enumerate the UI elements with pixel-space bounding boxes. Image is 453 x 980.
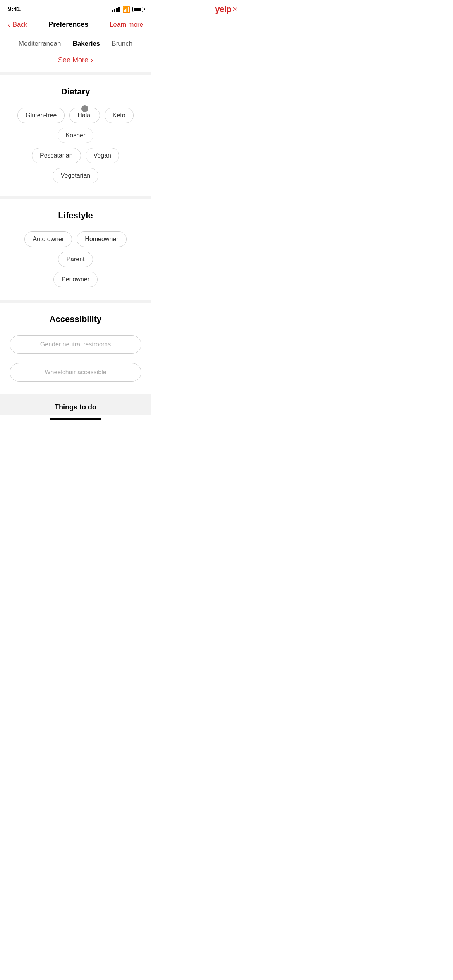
status-time: 9:41 xyxy=(8,5,21,13)
home-indicator-area xyxy=(0,415,151,423)
lifestyle-section: Lifestyle Auto owner Homeowner Parent Pe… xyxy=(0,199,151,300)
see-more-row: See More › xyxy=(0,51,151,72)
pref-tab-bakeries[interactable]: Bakeries xyxy=(72,40,100,48)
section-divider-top xyxy=(0,72,151,75)
things-to-do-section: Things to do xyxy=(0,397,151,415)
tag-gluten-free[interactable]: Gluten-free xyxy=(17,108,65,123)
accessibility-title: Accessibility xyxy=(8,314,143,324)
preferences-tabs: Mediterranean Bakeries Brunch xyxy=(0,34,151,51)
tag-parent[interactable]: Parent xyxy=(58,252,93,267)
back-chevron-icon: ‹ xyxy=(8,20,10,29)
tag-pet-owner[interactable]: Pet owner xyxy=(53,272,98,287)
tag-homeowner[interactable]: Homeowner xyxy=(77,231,126,247)
tag-kosher[interactable]: Kosher xyxy=(58,128,94,143)
battery-icon xyxy=(132,7,143,12)
lifestyle-tags-row2: Pet owner xyxy=(8,272,143,287)
learn-more-button[interactable]: Learn more xyxy=(110,21,143,29)
signal-icon xyxy=(112,7,120,12)
nav-title: Preferences xyxy=(48,21,88,29)
nav-bar: ‹ Back Preferences Learn more xyxy=(0,17,151,34)
see-more-button[interactable]: See More › xyxy=(58,56,93,64)
tag-gender-neutral-restrooms[interactable]: Gender neutral restrooms xyxy=(10,335,141,354)
halal-wrapper: Halal xyxy=(69,108,100,123)
dietary-tags-row2: Pescatarian Vegan Vegetarian xyxy=(8,148,143,183)
back-label: Back xyxy=(13,21,27,29)
tag-vegan[interactable]: Vegan xyxy=(86,148,119,163)
lifestyle-tags-row1: Auto owner Homeowner Parent xyxy=(8,231,143,267)
status-bar: 9:41 yelp ✳ 📶 xyxy=(0,0,151,17)
home-indicator-bar xyxy=(50,418,101,420)
back-button[interactable]: ‹ Back xyxy=(8,20,27,29)
dietary-title: Dietary xyxy=(8,87,143,97)
dietary-section: Dietary Gluten-free Halal Keto Kosher Pe… xyxy=(0,75,151,196)
tag-pescatarian[interactable]: Pescatarian xyxy=(32,148,81,163)
things-to-do-label: Things to do xyxy=(55,403,96,411)
pref-tab-brunch[interactable]: Brunch xyxy=(112,40,132,48)
dietary-tags-row1: Gluten-free Halal Keto Kosher xyxy=(8,108,143,143)
see-more-label: See More xyxy=(58,56,88,64)
lifestyle-title: Lifestyle xyxy=(8,211,143,221)
tag-keto[interactable]: Keto xyxy=(105,108,134,123)
see-more-chevron-icon: › xyxy=(91,56,93,64)
accessibility-items: Gender neutral restrooms Wheelchair acce… xyxy=(8,335,143,386)
tag-auto-owner[interactable]: Auto owner xyxy=(24,231,72,247)
wifi-icon: 📶 xyxy=(122,6,130,13)
section-divider-accessibility xyxy=(0,300,151,303)
tag-vegetarian[interactable]: Vegetarian xyxy=(53,168,99,183)
tag-wheelchair-accessible[interactable]: Wheelchair accessible xyxy=(10,363,141,382)
section-divider-lifestyle xyxy=(0,196,151,199)
status-icons: 📶 xyxy=(112,6,143,13)
halal-selection-dot xyxy=(81,105,88,112)
section-divider-bottom xyxy=(0,394,151,397)
accessibility-section: Accessibility Gender neutral restrooms W… xyxy=(0,303,151,394)
pref-tab-mediterranean[interactable]: Mediterranean xyxy=(19,40,61,48)
